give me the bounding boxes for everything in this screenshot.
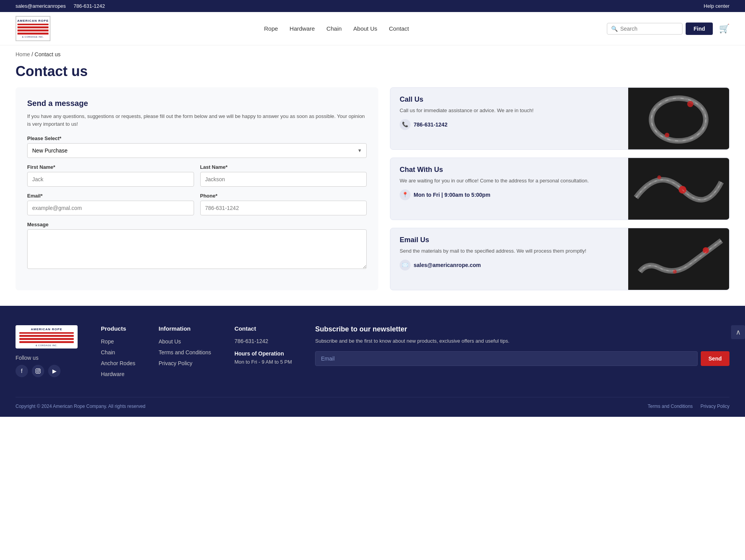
- email-title: Email Us: [400, 236, 619, 244]
- breadcrumb-separator: /: [31, 51, 35, 57]
- footer-bottom-links: Terms and Conditions Privacy Policy: [648, 404, 729, 409]
- call-us-desc: Call us for immediate assistance or advi…: [400, 107, 619, 114]
- search-input[interactable]: [620, 26, 678, 32]
- last-name-group: Last Name*: [200, 164, 367, 187]
- footer-product-anchor[interactable]: Anchor Rodes: [101, 360, 135, 367]
- email-info: Email Us Send the materials by mail to t…: [390, 228, 628, 290]
- please-select-dropdown[interactable]: New Purchase Existing Order General Inqu…: [27, 143, 367, 158]
- page-title: Contact us: [0, 63, 745, 87]
- footer-info-terms[interactable]: Terms and Conditions: [159, 349, 211, 356]
- footer-hours-title: Hours of Operation: [234, 350, 292, 357]
- newsletter-form: Send: [315, 351, 729, 366]
- facebook-icon[interactable]: f: [16, 365, 28, 377]
- footer-product-hardware[interactable]: Hardware: [101, 371, 135, 378]
- call-us-contact: 📞 786-631-1242: [400, 119, 619, 130]
- footer-info-privacy[interactable]: Privacy Policy: [159, 360, 211, 367]
- first-name-label: First Name*: [27, 164, 194, 170]
- chat-title: Chat With Us: [400, 166, 619, 174]
- footer-contact-phone[interactable]: 786-631-1242: [234, 338, 292, 344]
- nav-chain[interactable]: Chain: [326, 25, 341, 32]
- call-us-card: Call Us Call us for immediate assistance…: [390, 87, 729, 150]
- footer-product-chain[interactable]: Chain: [101, 349, 135, 356]
- logo-text-bottom: & CORDAGE INC.: [22, 36, 44, 38]
- footer-info-about[interactable]: About Us: [159, 338, 211, 345]
- logo[interactable]: AMERICAN ROPE & CORDAGE INC.: [16, 16, 50, 41]
- social-icons: f ▶: [16, 365, 78, 377]
- footer-newsletter: Subscribe to our newsletter Subscribe an…: [315, 325, 729, 381]
- name-row: First Name* Last Name*: [27, 164, 367, 187]
- email-address[interactable]: sales@americanrope.com: [414, 262, 481, 268]
- chat-card: Chat With Us We are waiting for you in o…: [390, 158, 729, 220]
- send-button[interactable]: Send: [701, 351, 729, 366]
- call-us-info: Call Us Call us for immediate assistance…: [390, 88, 628, 149]
- email-input[interactable]: [27, 201, 194, 215]
- youtube-icon[interactable]: ▶: [48, 365, 61, 377]
- email-label: Email*: [27, 193, 194, 199]
- footer-information: Information About Us Terms and Condition…: [159, 325, 211, 381]
- copyright-text: Copyright © 2024 American Rope Company. …: [16, 404, 146, 409]
- footer: AMERICAN ROPE & CORDAGE INC. Follow us f…: [0, 306, 745, 417]
- call-us-number[interactable]: 786-631-1242: [414, 121, 447, 128]
- footer-hours: Mon to Fri - 9 AM to 5 PM: [234, 359, 292, 365]
- contact-cards: Call Us Call us for immediate assistance…: [390, 87, 729, 290]
- phone-input[interactable]: [200, 201, 367, 215]
- email-desc: Send the materials by mail to the specif…: [400, 247, 619, 255]
- email-card: Email Us Send the materials by mail to t…: [390, 228, 729, 290]
- email-image: [628, 228, 729, 290]
- chat-info: Chat With Us We are waiting for you in o…: [390, 158, 628, 220]
- footer-logo[interactable]: AMERICAN ROPE & CORDAGE INC.: [16, 325, 78, 348]
- cart-icon[interactable]: 🛒: [719, 24, 729, 34]
- svg-point-4: [665, 133, 669, 137]
- phone-icon: 📞: [400, 119, 411, 130]
- breadcrumb-home[interactable]: Home: [16, 51, 30, 57]
- find-button[interactable]: Find: [686, 23, 713, 35]
- phone-group: Phone*: [200, 193, 367, 215]
- nav-about[interactable]: About Us: [353, 25, 378, 32]
- email-group: Email*: [27, 193, 194, 215]
- svg-point-14: [39, 369, 40, 370]
- message-group: Message: [27, 222, 367, 269]
- footer-terms-link[interactable]: Terms and Conditions: [648, 404, 693, 409]
- first-name-input[interactable]: [27, 172, 194, 187]
- search-icon: 🔍: [611, 26, 618, 32]
- please-select-group: Please Select* New Purchase Existing Ord…: [27, 135, 367, 158]
- footer-contact-title: Contact: [234, 325, 292, 332]
- contact-form-card: Send a message If you have any questions…: [16, 87, 378, 290]
- footer-products: Products Rope Chain Anchor Rodes Hardwar…: [101, 325, 135, 381]
- follow-us-label: Follow us: [16, 355, 78, 361]
- svg-point-11: [673, 270, 677, 274]
- svg-rect-12: [36, 369, 40, 373]
- newsletter-email-input[interactable]: [315, 351, 698, 366]
- search-wrap: 🔍: [607, 23, 683, 35]
- main-nav: Rope Hardware Chain About Us Contact: [74, 25, 599, 32]
- email-icon: ✉️: [400, 260, 411, 270]
- nav-contact[interactable]: Contact: [389, 25, 409, 32]
- footer-top: AMERICAN ROPE & CORDAGE INC. Follow us f…: [16, 325, 729, 381]
- last-name-input[interactable]: [200, 172, 367, 187]
- rope-image-1: [628, 88, 729, 149]
- footer-logo-text-top: AMERICAN ROPE: [31, 328, 62, 331]
- svg-point-8: [657, 175, 661, 179]
- logo-area[interactable]: AMERICAN ROPE & CORDAGE INC.: [16, 16, 50, 41]
- top-bar: sales@americanropes 786-631-1242 Help ce…: [0, 0, 745, 12]
- breadcrumb-current: Contact us: [35, 51, 61, 57]
- rope-image-2: [628, 158, 729, 220]
- footer-privacy-link[interactable]: Privacy Policy: [700, 404, 729, 409]
- logo-stripes: [17, 24, 49, 35]
- main-content: Send a message If you have any questions…: [0, 87, 745, 306]
- scroll-to-top-button[interactable]: ∧: [731, 325, 745, 339]
- instagram-icon[interactable]: [32, 365, 44, 377]
- message-textarea[interactable]: [27, 229, 367, 269]
- first-name-group: First Name*: [27, 164, 194, 187]
- location-icon: 📍: [400, 189, 411, 200]
- email-contact: ✉️ sales@americanrope.com: [400, 260, 619, 270]
- footer-products-list: Rope Chain Anchor Rodes Hardware: [101, 338, 135, 378]
- nav-hardware[interactable]: Hardware: [289, 25, 315, 32]
- topbar-help[interactable]: Help center: [704, 3, 729, 9]
- form-description: If you have any questions, suggestions o…: [27, 113, 367, 128]
- nav-rope[interactable]: Rope: [264, 25, 278, 32]
- footer-contact-col: Contact 786-631-1242 Hours of Operation …: [234, 325, 292, 381]
- footer-bottom: Copyright © 2024 American Rope Company. …: [16, 397, 729, 409]
- footer-product-rope[interactable]: Rope: [101, 338, 135, 345]
- svg-point-3: [687, 101, 693, 107]
